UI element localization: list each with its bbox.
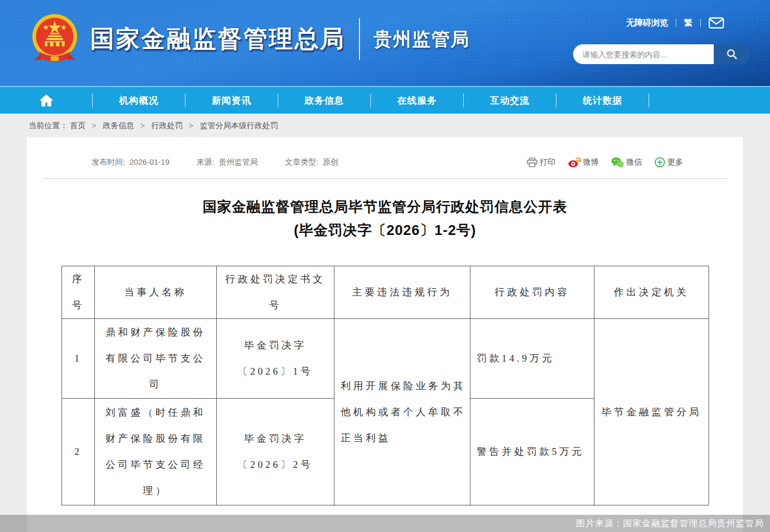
doc-line-1: 毕金罚决字 [222,426,329,452]
publish-date: 发布时间: 2026-01-19 [92,157,169,167]
header-cell-penalty: 行政处罚内容 [470,266,594,319]
cell-no-1: 1 [62,319,95,399]
image-source-caption: 图片来源：国家金融监督管理总局贵州监管局 [0,515,770,532]
nav-item-news[interactable]: 新闻资讯 [185,87,278,114]
header-cell-violation: 主要违法违规行为 [334,266,470,319]
nav-divider [649,94,649,107]
article-type: 文章类型: 原创 [285,157,339,167]
search-input[interactable] [573,44,714,64]
breadcrumb-penalties[interactable]: 行政处罚 [151,121,182,130]
site-header: 国家金融监督管理总局 贵州监管局 无障碍浏览 繁 [0,0,770,86]
header-cell-authority: 作出决定机关 [594,266,709,319]
article-container: 发布时间: 2026-01-19 来源: 贵州监管局 文章类型: 原创 打印 [27,137,743,532]
publish-date-value: 2026-01-19 [130,157,170,166]
header-top-links: 无障碍浏览 繁 [626,17,724,29]
cell-penalty-1: 罚款14.9万元 [470,319,594,399]
cell-violation-merged: 利用开展保险业务为其他机构或者个人牟取不正当利益 [334,319,470,505]
more-label: 更多 [667,157,683,167]
main-navigation: 机构概况 新闻资讯 政务信息 在线服务 互动交流 统计数据 [0,86,770,114]
header-cell-doc-number: 行政处罚决定书文号 [217,266,334,319]
breadcrumb: 当前位置： 首页 > 政务信息 > 行政处罚 > 监管分局本级行政处罚 [0,114,770,137]
page-title-line1: 国家金融监督管理总局毕节监管分局行政处罚信息公开表 [27,195,743,219]
table-row: 1 鼎和财产保险股份有限公司毕节支公司 毕金罚决字 〔2026〕1号 利用开展保… [62,319,709,399]
weibo-label: 微博 [583,157,599,167]
accessibility-link[interactable]: 无障碍浏览 [626,18,668,29]
plus-circle-icon [654,157,665,168]
nav-item-organization[interactable]: 机构概况 [93,87,185,114]
wechat-label: 微信 [626,157,642,167]
page-title: 国家金融监督管理总局毕节监管分局行政处罚信息公开表 (毕金罚决字〔2026〕1-… [27,195,743,242]
mail-icon [709,17,724,29]
home-icon [39,93,54,108]
title-divider [359,18,360,60]
national-emblem-logo [29,13,81,66]
print-label: 打印 [540,157,555,167]
nav-home[interactable] [0,87,92,114]
nav-item-government-info[interactable]: 政务信息 [278,87,370,114]
doc-line-2: 〔2026〕1号 [222,358,329,385]
site-title[interactable]: 国家金融监督管理总局 [90,23,345,55]
mail-button[interactable] [709,17,724,29]
doc-line-2: 〔2026〕2号 [222,452,329,478]
cell-no-2: 2 [62,399,95,505]
nav-item-statistics[interactable]: 统计数据 [556,87,649,114]
type-value: 原创 [322,157,338,166]
printer-icon [527,157,538,167]
breadcrumb-separator: > [189,121,194,130]
breadcrumb-home[interactable]: 首页 [70,121,85,130]
publish-date-label: 发布时间: [92,157,125,166]
header-cell-party: 当事人名称 [95,266,217,319]
wechat-icon [611,157,624,168]
bureau-title[interactable]: 贵州监管局 [374,27,470,52]
header-link-separator [676,19,676,27]
article-meta: 发布时间: 2026-01-19 来源: 贵州监管局 文章类型: 原创 [92,157,338,167]
penalty-table: 序号 当事人名称 行政处罚决定书文号 主要违法违规行为 行政处罚内容 作出决定机… [61,266,709,505]
breadcrumb-separator: > [92,121,96,130]
search-button[interactable] [714,44,750,64]
table-header-row: 序号 当事人名称 行政处罚决定书文号 主要违法违规行为 行政处罚内容 作出决定机… [62,266,709,319]
article-source: 来源: 贵州监管局 [196,157,258,167]
traditional-chinese-link[interactable]: 繁 [684,18,692,29]
more-share-button[interactable]: 更多 [654,157,683,168]
cell-party-2: 刘富盛（时任鼎和财产保险股份有限公司毕节支公司经理） [95,399,217,505]
weibo-icon [568,157,581,168]
doc-line-1: 毕金罚决字 [222,332,329,358]
page-title-line2: (毕金罚决字〔2026〕1-2号) [27,219,743,242]
nav-item-online-services[interactable]: 在线服务 [371,87,463,114]
source-value: 贵州监管局 [219,157,258,166]
nav-item-interaction[interactable]: 互动交流 [464,87,556,114]
search-icon [726,48,738,60]
breadcrumb-label: 当前位置： [29,121,68,130]
article-meta-row: 发布时间: 2026-01-19 来源: 贵州监管局 文章类型: 原创 打印 [27,137,743,168]
header-branding: 国家金融监督管理总局 贵州监管局 [29,13,470,66]
type-label: 文章类型: [285,157,318,166]
weibo-share-button[interactable]: 微博 [568,157,599,168]
cell-doc-2: 毕金罚决字 〔2026〕2号 [217,399,334,505]
source-label: 来源: [196,157,214,166]
wechat-share-button[interactable]: 微信 [611,157,642,168]
breadcrumb-government-info[interactable]: 政务信息 [103,121,134,130]
header-cell-no: 序号 [62,266,95,319]
cell-authority-merged: 毕节金融监管分局 [594,319,709,505]
print-button[interactable]: 打印 [527,157,555,167]
header-link-separator [700,19,701,27]
share-toolbar: 打印 微博 [527,157,683,168]
breadcrumb-current-page: 监管分局本级行政处罚 [200,121,278,130]
meta-divider-line [43,178,727,179]
cell-doc-1: 毕金罚决字 〔2026〕1号 [217,319,334,399]
breadcrumb-separator: > [140,121,145,130]
cell-party-1: 鼎和财产保险股份有限公司毕节支公司 [95,319,217,399]
cell-penalty-2: 警告并处罚款5万元 [470,399,594,505]
search-bar [573,44,750,64]
